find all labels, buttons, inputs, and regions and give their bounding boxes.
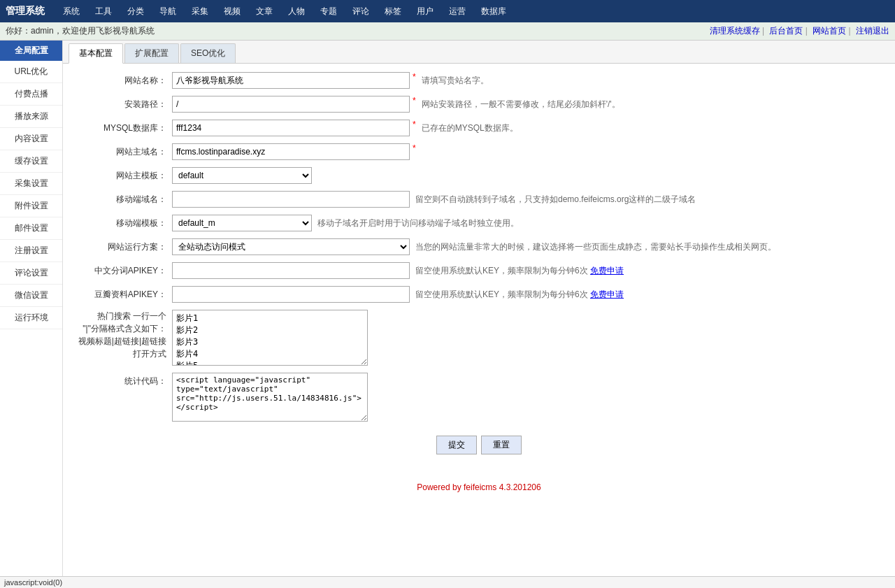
input-wrap-mysql: * 已存在的MYSQL数据库。: [172, 120, 884, 136]
sidebar-items: URL优化付费点播播放来源内容设置缓存设置采集设置附件设置邮件设置注册设置评论设…: [0, 61, 62, 329]
input-wrap-site-mode: 全站动态访问模式 当您的网站流量非常大的时候，建议选择将一些页面生成静态，需要站…: [172, 238, 884, 255]
sidebar-item-评论设置[interactable]: 评论设置: [0, 262, 62, 285]
select-site-mode[interactable]: 全站动态访问模式: [172, 238, 410, 255]
input-wrap-nlp-key: 留空使用系统默认KEY，频率限制为每分钟6次 免费申请: [172, 262, 884, 279]
logout-link[interactable]: 注销退出: [856, 26, 889, 36]
hint-mobile-domain: 留空则不自动跳转到子域名，只支持如demo.feifeicms.org这样的二级…: [415, 191, 696, 206]
input-domain[interactable]: [172, 143, 410, 160]
nav-item-视频[interactable]: 视频: [217, 3, 248, 20]
form-row-mobile-domain: 移动端域名： 留空则不自动跳转到子域名，只支持如demo.feifeicms.o…: [74, 191, 884, 208]
label-mobile-domain: 移动端域名：: [74, 191, 172, 206]
input-wrap-douban-key: 留空使用系统默认KEY，频率限制为每分钟6次 免费申请: [172, 286, 884, 303]
tab-SEO优化[interactable]: SEO优化: [180, 43, 236, 63]
footer-version: 4.3.201206: [499, 482, 541, 492]
sidebar-item-邮件设置[interactable]: 邮件设置: [0, 217, 62, 240]
form-row-douban-key: 豆瓣资料APIKEY： 留空使用系统默认KEY，频率限制为每分钟6次 免费申请: [74, 286, 884, 303]
label-douban-key: 豆瓣资料APIKEY：: [74, 286, 172, 301]
hint-mobile-template: 移动子域名开启时用于访问移动端子域名时独立使用。: [317, 215, 519, 229]
hint-site-mode: 当您的网站流量非常大的时候，建议选择将一些页面生成静态，需要站长手动操作生成相关…: [415, 238, 776, 253]
input-wrap-mobile-domain: 留空则不自动跳转到子域名，只支持如demo.feifeicms.org这样的二级…: [172, 191, 884, 208]
label-domain: 网站主域名：: [74, 143, 172, 158]
sidebar-item-采集设置[interactable]: 采集设置: [0, 173, 62, 195]
hint-install-path: 网站安装路径，一般不需要修改，结尾必须加斜杆'/'。: [422, 96, 620, 110]
textarea-hot-search[interactable]: 影片1 影片2 影片3 影片4 影片5 影片6|_blank: [172, 310, 368, 366]
reset-button[interactable]: 重置: [481, 436, 522, 454]
form-row-sitename: 网站名称： * 请填写贵站名字。: [74, 72, 884, 89]
form-row-mysql: MYSQL数据库： * 已存在的MYSQL数据库。: [74, 120, 884, 136]
nav-item-系统[interactable]: 系统: [56, 3, 87, 20]
form-row-stat: 统计代码： <script language="javascript" type…: [74, 373, 884, 422]
tab-扩展配置[interactable]: 扩展配置: [124, 43, 179, 63]
status-bar: javascript:void(0): [0, 576, 895, 584]
form-row-mobile-template: 移动端模板： default_m 移动子域名开启时用于访问移动端子域名时独立使用…: [74, 215, 884, 231]
nav-item-专题[interactable]: 专题: [313, 3, 344, 20]
greeting-text: 你好：admin，欢迎使用飞影视导航系统: [6, 25, 155, 37]
sidebar-item-附件设置[interactable]: 附件设置: [0, 195, 62, 217]
select-template[interactable]: default: [172, 167, 312, 184]
sidebar-item-微信设置[interactable]: 微信设置: [0, 285, 62, 307]
footer-text: Powered by feifeicms: [417, 482, 499, 492]
nav-item-标签[interactable]: 标签: [378, 3, 408, 20]
tab-基本配置[interactable]: 基本配置: [69, 43, 123, 64]
form-row-domain: 网站主域名： *: [74, 143, 884, 160]
input-nlp-key[interactable]: [172, 262, 410, 279]
content-area: 基本配置扩展配置SEO优化 网站名称： * 请填写贵站名字。 安装路径： * 网…: [63, 41, 895, 584]
nav-item-文章[interactable]: 文章: [249, 3, 280, 20]
input-wrap-mobile-template: default_m 移动子域名开启时用于访问移动端子域名时独立使用。: [172, 215, 884, 231]
nav-item-人物[interactable]: 人物: [281, 3, 312, 20]
nav-menu: 系统工具分类导航采集视频文章人物专题评论标签用户运营数据库: [56, 3, 513, 20]
footer: Powered by feifeicms 4.3.201206: [63, 477, 895, 498]
nav-item-运营[interactable]: 运营: [442, 3, 473, 20]
label-site-mode: 网站运行方案：: [74, 238, 172, 253]
input-mysql[interactable]: [172, 120, 410, 136]
top-links: 清理系统缓存 | 后台首页 | 网站首页 | 注销退出: [707, 25, 889, 37]
label-mobile-template: 移动端模板：: [74, 215, 172, 229]
main-layout: 全局配置 URL优化付费点播播放来源内容设置缓存设置采集设置附件设置邮件设置注册…: [0, 41, 895, 584]
label-mysql: MYSQL数据库：: [74, 120, 172, 134]
submit-button[interactable]: 提交: [436, 436, 477, 454]
sidebar-item-URL优化[interactable]: URL优化: [0, 61, 62, 83]
sidebar-item-播放来源[interactable]: 播放来源: [0, 106, 62, 128]
textarea-stat[interactable]: <script language="javascript" type="text…: [172, 373, 368, 422]
form-row-hot-search: 热门搜索 一行一个 "|"分隔格式含义如下： 视频标题|超链接|超链接打开方式 …: [74, 310, 884, 366]
hint-douban-key: 留空使用系统默认KEY，频率限制为每分钟6次 免费申请: [415, 286, 624, 301]
input-wrap-hot-search: 影片1 影片2 影片3 影片4 影片5 影片6|_blank: [172, 310, 884, 366]
nav-item-采集[interactable]: 采集: [185, 3, 215, 20]
douban-free-apply-link[interactable]: 免费申请: [590, 289, 624, 299]
nav-item-导航[interactable]: 导航: [152, 3, 183, 20]
form-area: 网站名称： * 请填写贵站名字。 安装路径： * 网站安装路径，一般不需要修改，…: [63, 64, 895, 477]
input-wrap-stat: <script language="javascript" type="text…: [172, 373, 884, 422]
form-row-nlp-key: 中文分词APIKEY： 留空使用系统默认KEY，频率限制为每分钟6次 免费申请: [74, 262, 884, 279]
sidebar-item-注册设置[interactable]: 注册设置: [0, 240, 62, 262]
nav-item-分类[interactable]: 分类: [120, 3, 151, 20]
label-nlp-key: 中文分词APIKEY：: [74, 262, 172, 277]
nav-item-数据库[interactable]: 数据库: [474, 3, 513, 20]
website-home-link[interactable]: 网站首页: [812, 26, 846, 36]
input-mobile-domain[interactable]: [172, 191, 410, 208]
sidebar-item-运行环境[interactable]: 运行环境: [0, 307, 62, 329]
nav-item-评论[interactable]: 评论: [345, 3, 376, 20]
input-install-path[interactable]: [172, 96, 410, 113]
header: 管理系统 系统工具分类导航采集视频文章人物专题评论标签用户运营数据库: [0, 0, 895, 22]
label-install-path: 安装路径：: [74, 96, 172, 110]
btn-row: 提交 重置: [74, 436, 884, 454]
input-sitename[interactable]: [172, 72, 410, 89]
input-wrap-domain: *: [172, 143, 884, 160]
label-sitename: 网站名称：: [74, 72, 172, 87]
sidebar-item-付费点播[interactable]: 付费点播: [0, 83, 62, 106]
hint-nlp-key: 留空使用系统默认KEY，频率限制为每分钟6次 免费申请: [415, 262, 624, 277]
label-hot-search: 热门搜索 一行一个 "|"分隔格式含义如下： 视频标题|超链接|超链接打开方式: [74, 310, 172, 360]
nlp-free-apply-link[interactable]: 免费申请: [590, 266, 624, 275]
input-wrap-template: default: [172, 167, 884, 184]
sidebar-item-内容设置[interactable]: 内容设置: [0, 128, 62, 150]
info-bar: 你好：admin，欢迎使用飞影视导航系统 清理系统缓存 | 后台首页 | 网站首…: [0, 22, 895, 41]
select-mobile-template[interactable]: default_m: [172, 215, 312, 231]
input-douban-key[interactable]: [172, 286, 410, 303]
clear-cache-link[interactable]: 清理系统缓存: [710, 26, 760, 36]
form-row-site-mode: 网站运行方案： 全站动态访问模式 当您的网站流量非常大的时候，建议选择将一些页面…: [74, 238, 884, 255]
nav-item-工具[interactable]: 工具: [88, 3, 119, 20]
tab-bar: 基本配置扩展配置SEO优化: [63, 41, 895, 64]
nav-item-用户[interactable]: 用户: [410, 3, 441, 20]
sidebar-item-缓存设置[interactable]: 缓存设置: [0, 150, 62, 173]
admin-home-link[interactable]: 后台首页: [769, 26, 803, 36]
